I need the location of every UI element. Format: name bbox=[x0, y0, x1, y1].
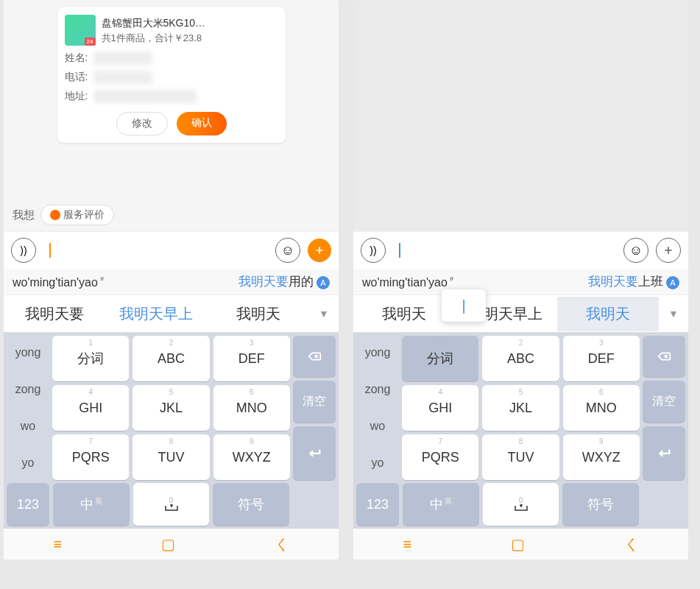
label-phone: 电话: bbox=[65, 71, 88, 84]
quick-label: 我想 bbox=[13, 208, 35, 222]
keyboard: yong zong wo yo 1分词 2ABC 3DEF 4GHI 5JKL … bbox=[353, 333, 688, 483]
side-cand[interactable]: yo bbox=[356, 446, 399, 480]
key-2[interactable]: 2ABC bbox=[132, 336, 209, 381]
lang-key[interactable]: 中英 bbox=[53, 483, 130, 526]
message-input[interactable] bbox=[393, 239, 616, 262]
candidate-row: 我明天要 我明天早上 我明天 ▼ bbox=[4, 294, 339, 333]
backspace-key[interactable] bbox=[643, 336, 685, 377]
key-6[interactable]: 6MNO bbox=[563, 385, 640, 431]
product-subtitle: 共1件商品，合计￥23.8 bbox=[102, 31, 278, 46]
space-key[interactable]: 0 bbox=[483, 483, 559, 526]
ai-icon: A bbox=[317, 276, 330, 289]
side-cand[interactable]: yong bbox=[356, 336, 399, 370]
quick-chip[interactable]: 服务评价 bbox=[40, 205, 114, 225]
key-2[interactable]: 2ABC bbox=[482, 336, 559, 381]
key-5[interactable]: 5JKL bbox=[482, 385, 559, 431]
message-input[interactable] bbox=[43, 239, 268, 262]
label-address: 地址: bbox=[65, 90, 88, 103]
ai-icon: A bbox=[666, 276, 679, 289]
nav-home-icon[interactable]: ▢ bbox=[511, 535, 525, 553]
key-8[interactable]: 8TUV bbox=[132, 434, 209, 480]
candidate-2[interactable]: 我明天早上 bbox=[105, 297, 207, 331]
key-8[interactable]: 8TUV bbox=[482, 434, 559, 480]
add-button[interactable] bbox=[656, 238, 681, 263]
nav-back-icon[interactable]: く bbox=[275, 535, 289, 554]
input-bar: )) ☺ bbox=[4, 231, 339, 269]
side-cand[interactable]: yong bbox=[7, 336, 49, 370]
lang-key[interactable]: 中英 bbox=[403, 483, 479, 526]
side-cand[interactable]: zong bbox=[7, 373, 49, 406]
order-card: 盘锦蟹田大米5KG10… 共1件商品，合计￥23.8 姓名: 电话: 地址: 修… bbox=[57, 7, 286, 143]
clear-key[interactable]: 清空 bbox=[643, 381, 685, 422]
keyboard: yong zong wo yo 1分词 2ABC 3DEF 4GHI 5JKL … bbox=[4, 333, 339, 483]
space-key[interactable]: 0 bbox=[133, 483, 210, 526]
side-cand[interactable]: yo bbox=[7, 446, 49, 480]
svg-point-0 bbox=[171, 504, 172, 506]
key-9[interactable]: 9WXYZ bbox=[213, 434, 290, 480]
emoji-button[interactable]: ☺ bbox=[275, 238, 300, 263]
voice-button[interactable]: )) bbox=[361, 238, 386, 263]
key-5[interactable]: 5JKL bbox=[132, 385, 209, 431]
phone-left: 盘锦蟹田大米5KG10… 共1件商品，合计￥23.8 姓名: 电话: 地址: 修… bbox=[4, 0, 339, 560]
nav-back-icon[interactable]: く bbox=[624, 535, 639, 554]
candidate-3[interactable]: 我明天 bbox=[208, 297, 309, 331]
phone-right: )) ☺ wo'ming'tian'yao〃 我明天要上班A 我明天 | 我明天… bbox=[353, 0, 688, 560]
expand-candidates[interactable]: ▼ bbox=[659, 308, 688, 320]
candidate-3[interactable]: 我明天 bbox=[557, 297, 659, 331]
chat-area bbox=[353, 0, 688, 231]
top-suggestion[interactable]: 我明天要用的A bbox=[238, 273, 330, 290]
keyboard-bottom-row: 123 中英 0 符号 bbox=[4, 483, 339, 529]
key-4[interactable]: 4GHI bbox=[402, 385, 478, 431]
nav-recent-icon[interactable]: ≡ bbox=[53, 536, 62, 553]
key-9[interactable]: 9WXYZ bbox=[563, 434, 640, 480]
chip-icon bbox=[50, 210, 60, 220]
confirm-button[interactable]: 确认 bbox=[177, 112, 227, 135]
key-7[interactable]: 7PQRS bbox=[52, 434, 129, 480]
key-1[interactable]: 1分词 bbox=[52, 336, 129, 381]
num-mode-key[interactable]: 123 bbox=[7, 483, 49, 526]
key-4[interactable]: 4GHI bbox=[52, 385, 129, 431]
ime-header: wo'ming'tian'yao〃 我明天要上班A bbox=[353, 269, 688, 294]
chat-area: 盘锦蟹田大米5KG10… 共1件商品，合计￥23.8 姓名: 电话: 地址: 修… bbox=[4, 0, 339, 199]
key-6[interactable]: 6MNO bbox=[213, 385, 290, 431]
svg-point-1 bbox=[520, 504, 522, 506]
nav-bar: ≡ ▢ く bbox=[4, 529, 339, 560]
enter-key[interactable] bbox=[293, 426, 336, 480]
candidate-row: 我明天 | 我明天早上 我明天 ▼ bbox=[353, 294, 688, 333]
product-image bbox=[65, 15, 96, 46]
side-cand[interactable]: wo bbox=[356, 409, 399, 443]
backspace-key[interactable] bbox=[293, 336, 336, 377]
voice-button[interactable]: )) bbox=[11, 238, 36, 263]
nav-home-icon[interactable]: ▢ bbox=[161, 535, 175, 553]
top-suggestion[interactable]: 我明天要上班A bbox=[588, 273, 679, 290]
num-mode-key[interactable]: 123 bbox=[356, 483, 399, 526]
candidate-1[interactable]: 我明天 bbox=[353, 297, 455, 331]
symbol-key[interactable]: 符号 bbox=[562, 483, 639, 526]
pinyin-text: wo'ming'tian'yao〃 bbox=[362, 274, 456, 289]
side-candidates: yong zong wo yo bbox=[7, 336, 49, 480]
keyboard-bottom-row: 123 中英 0 符号 bbox=[353, 483, 688, 529]
key-3[interactable]: 3DEF bbox=[563, 336, 640, 381]
key-3[interactable]: 3DEF bbox=[213, 336, 290, 381]
quick-reply-bar: 我想 服务评价 bbox=[4, 199, 339, 231]
product-title: 盘锦蟹田大米5KG10… bbox=[102, 15, 278, 31]
side-candidates: yong zong wo yo bbox=[356, 336, 399, 480]
clear-key[interactable]: 清空 bbox=[293, 381, 336, 422]
expand-candidates[interactable]: ▼ bbox=[309, 308, 339, 320]
symbol-key[interactable]: 符号 bbox=[213, 483, 289, 526]
edit-button[interactable]: 修改 bbox=[116, 112, 168, 135]
enter-key[interactable] bbox=[643, 426, 685, 480]
emoji-button[interactable]: ☺ bbox=[623, 238, 648, 263]
ime-header: wo'ming'tian'yao〃 我明天要用的A bbox=[4, 269, 339, 294]
candidate-1[interactable]: 我明天要 bbox=[4, 297, 105, 331]
nav-recent-icon[interactable]: ≡ bbox=[403, 536, 411, 553]
add-button[interactable] bbox=[308, 239, 331, 262]
candidate-popup: | bbox=[442, 289, 486, 322]
side-cand[interactable]: wo bbox=[7, 409, 49, 443]
key-7[interactable]: 7PQRS bbox=[402, 434, 478, 480]
label-name: 姓名: bbox=[65, 52, 88, 65]
side-cand[interactable]: zong bbox=[356, 373, 399, 406]
nav-bar: ≡ ▢ く bbox=[353, 529, 688, 560]
pinyin-text: wo'ming'tian'yao〃 bbox=[13, 274, 106, 289]
key-1[interactable]: 1分词 bbox=[402, 336, 478, 381]
